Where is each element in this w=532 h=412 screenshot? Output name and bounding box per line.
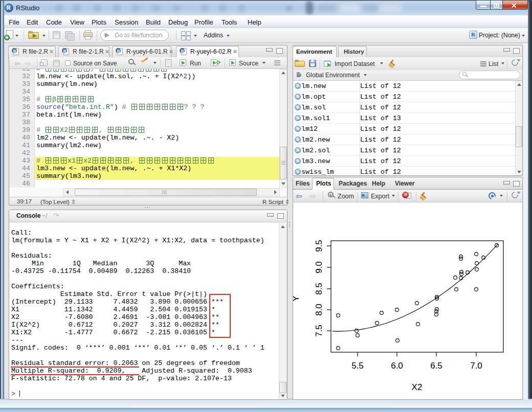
svg-text:6.0: 6.0	[391, 361, 403, 371]
svg-text:8.5: 8.5	[314, 283, 324, 295]
svg-text:7.0: 7.0	[470, 361, 482, 371]
svg-text:8.0: 8.0	[314, 304, 324, 316]
svg-text:X2: X2	[412, 382, 423, 392]
svg-text:9.5: 9.5	[314, 240, 324, 252]
svg-text:Y: Y	[293, 295, 301, 301]
svg-text:5.5: 5.5	[351, 361, 364, 371]
svg-text:6.5: 6.5	[430, 361, 442, 371]
svg-text:7.5: 7.5	[314, 325, 324, 337]
svg-text:9.0: 9.0	[314, 261, 324, 273]
